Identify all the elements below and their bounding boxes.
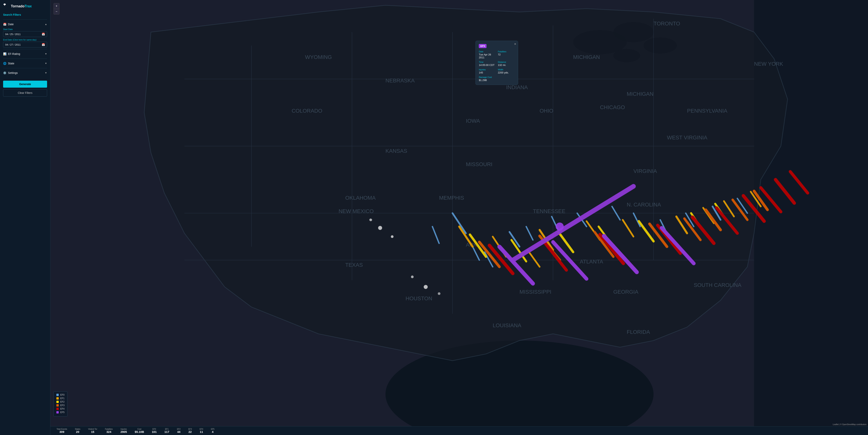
stat-label: EF2 [177,428,181,430]
stat-label: Fatalities [105,428,113,430]
svg-text:WEST VIRGINIA: WEST VIRGINIA [667,135,707,141]
ef-rating-filter-header[interactable]: 📊 EF-Rating ▼ [3,52,47,56]
popup-date-field: Date Tue Apr 26 2011 [479,50,496,59]
logo-icon: 🌪 [3,3,9,9]
popup-date-value: Tue Apr 26 2011 [479,53,496,59]
svg-text:COLORADO: COLORADO [291,108,322,114]
stat-label: EF4 [199,428,203,430]
stat-item: EF1117 [164,428,169,433]
ef-rating-filter-section: 📊 EF-Rating ▼ [3,49,47,59]
svg-text:INDIANA: INDIANA [506,84,528,90]
map-area[interactable]: CHICAGO IOWA NEBRASKA WYOMING COLORADO K… [51,0,868,426]
zoom-out-button[interactable]: − [54,9,59,14]
ef-rating-chevron-icon: ▼ [45,53,47,55]
stat-value: 22 [188,430,192,433]
ef-rating-header-left: 📊 EF-Rating [3,52,20,55]
popup-time-value: 14:05:00 CDT [479,64,496,66]
state-filter-header[interactable]: 🌐 State ▼ [3,61,47,66]
svg-text:MICHIGAN: MICHIGAN [627,91,653,97]
popup-distance-value: 132 mi. [498,64,515,66]
svg-text:IOWA: IOWA [466,118,480,124]
end-date-input[interactable]: 04 / 27 / 2011 📅 [3,42,47,48]
stat-label: Violent Tor [88,428,97,430]
legend-label: EF3 [60,404,64,407]
svg-text:MICHIGAN: MICHIGAN [573,54,600,60]
legend-dot [56,401,59,403]
svg-text:TENNESSEE: TENNESSEE [533,208,565,214]
stat-item: Fatalities324 [105,428,113,433]
stat-value: $5.10B [135,430,144,433]
legend-item: EF1 [56,397,64,400]
start-date-label: Start Date [3,28,47,30]
stat-value: 324 [106,430,111,433]
legend-item: EF3 [56,404,64,407]
svg-text:KANSAS: KANSAS [385,148,407,154]
svg-text:FLORIDA: FLORIDA [627,329,650,335]
stat-item: EF411 [199,428,203,433]
svg-point-64 [411,276,414,278]
stat-item: EF0101 [152,428,157,433]
settings-filter-section: ⚙️ Settings ▼ [3,68,47,78]
clear-filters-button[interactable]: Clear Filters [3,89,47,96]
sidebar: 🌪 TornadoTrax Search Filters 📅 Date ▲ St… [0,0,51,435]
stat-value: 4 [212,430,214,433]
stat-item: EF322 [188,428,192,433]
date-filter-header[interactable]: 📅 Date ▲ [3,22,47,27]
end-date-label[interactable]: End Date (Click here for same-day) [3,38,47,41]
stat-label: Total Events [57,428,67,430]
legend-dot [56,397,59,400]
popup-damage-field: Damage Cost $1.29B [479,76,496,82]
svg-text:GEORGIA: GEORGIA [613,289,639,295]
popup-date-label: Date [479,50,496,53]
legend-label: EF2 [60,401,64,403]
stat-label: EF1 [165,428,168,430]
search-filters-title: Search Filters [3,13,47,16]
stat-item: Injuries2905 [121,428,127,433]
state-chevron-icon: ▼ [45,62,47,65]
popup-injuries-label: Injuries [479,68,496,71]
settings-filter-header[interactable]: ⚙️ Settings ▼ [3,70,47,75]
map-svg: CHICAGO IOWA NEBRASKA WYOMING COLORADO K… [51,0,868,426]
svg-point-65 [438,292,440,295]
legend-item: EF5 [56,411,64,414]
settings-chevron-icon: ▼ [45,71,47,74]
svg-point-61 [391,235,394,238]
popup-distance-label: Distance [498,61,515,63]
zoom-in-button[interactable]: + [54,3,59,9]
svg-text:N. CAROLINA: N. CAROLINA [627,202,661,208]
settings-gear-icon: ⚙️ [3,71,6,75]
popup-injuries-value: 145 [479,71,496,74]
svg-text:WYOMING: WYOMING [305,54,332,60]
start-date-input[interactable]: 04 / 25 / 2011 📅 [3,31,47,37]
svg-point-63 [424,285,428,289]
stats-bar: Total Events309States20Violent Tor15Fata… [51,426,868,435]
svg-text:VIRGINIA: VIRGINIA [633,168,657,174]
legend-label: EF1 [60,397,64,400]
svg-text:CHICAGO: CHICAGO [600,104,625,110]
svg-text:NEBRASKA: NEBRASKA [385,78,415,84]
svg-text:MISSOURI: MISSOURI [466,161,493,167]
generate-button[interactable]: Generate [3,81,47,88]
stat-value: 20 [76,430,79,433]
stat-label: EF5 [211,428,215,430]
start-date-value: 04 / 25 / 2011 [5,33,21,36]
svg-text:NEW YORK: NEW YORK [754,61,783,67]
stat-value: 101 [152,430,157,433]
popup-grid: Date Tue Apr 26 2011 Fatalities 72 Time … [479,50,515,82]
stat-item: Violent Tor15 [88,428,97,433]
stat-item: Total Events309 [57,428,67,433]
svg-text:OHIO: OHIO [539,108,553,114]
zoom-controls: + − [54,3,60,14]
state-header-left: 🌐 State [3,62,14,65]
date-filter-header-left: 📅 Date [3,23,14,26]
logo-trax: Trax [25,4,32,8]
popup-close-button[interactable]: ✕ [514,42,516,46]
legend-label: EF4 [60,407,64,410]
start-date-calendar-icon: 📅 [42,33,45,36]
svg-point-62 [369,219,372,221]
logo-text: TornadoTrax [11,4,32,8]
stat-item: EF244 [177,428,181,433]
popup-damage-value: $1.29B [479,79,496,82]
svg-point-106 [556,223,564,231]
stat-value: 309 [60,430,64,433]
